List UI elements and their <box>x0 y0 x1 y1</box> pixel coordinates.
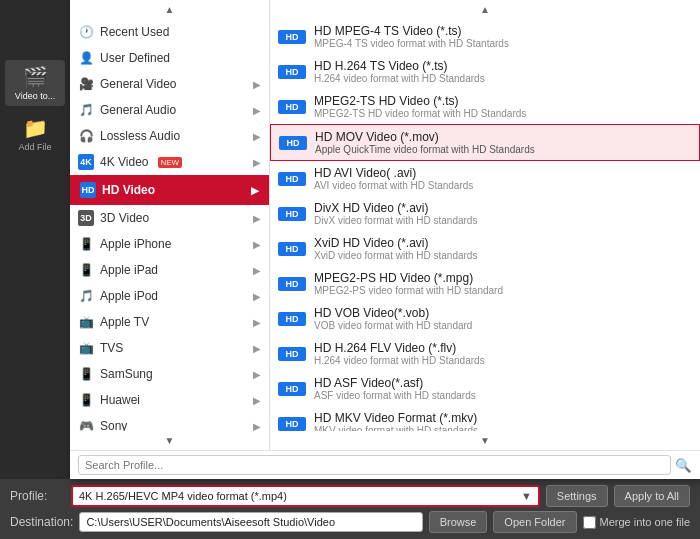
right-item-title: MPEG2-TS HD Video (*.ts) <box>314 94 692 108</box>
search-input[interactable] <box>78 455 671 475</box>
right-item-hd-mov[interactable]: HD HD MOV Video (*.mov) Apple QuickTime … <box>270 124 700 161</box>
tvs-icon: 📺 <box>78 340 94 356</box>
right-item-hd-flv[interactable]: HD HD H.264 FLV Video (*.flv) H.264 vide… <box>270 336 700 371</box>
apply-all-button[interactable]: Apply to All <box>614 485 690 507</box>
format-badge-hd: HD <box>278 65 306 79</box>
merge-label[interactable]: Merge into one file <box>583 516 691 529</box>
apple-tv-icon: 📺 <box>78 314 94 330</box>
3d-icon: 3D <box>78 210 94 226</box>
arrow-right-icon <box>253 105 261 116</box>
right-item-title: MPEG2-PS HD Video (*.mpg) <box>314 271 692 285</box>
destination-label: Destination: <box>10 515 73 529</box>
right-item-hd-avi[interactable]: HD HD AVI Video( .avi) AVI video format … <box>270 161 700 196</box>
format-badge-hd: HD <box>279 136 307 150</box>
left-item-label: Apple iPod <box>100 289 158 303</box>
settings-button[interactable]: Settings <box>546 485 608 507</box>
scroll-up-right[interactable] <box>270 0 700 19</box>
format-badge-hd: HD <box>278 242 306 256</box>
left-item-label: Huawei <box>100 393 140 407</box>
right-item-mpeg2-ts[interactable]: HD MPEG2-TS HD Video (*.ts) MPEG2-TS HD … <box>270 89 700 124</box>
right-item-title: HD ASF Video(*.asf) <box>314 376 692 390</box>
left-item-sony[interactable]: 🎮 Sony <box>70 413 269 431</box>
arrow-right-icon <box>253 239 261 250</box>
browse-button[interactable]: Browse <box>429 511 488 533</box>
format-badge-hd: HD <box>278 417 306 431</box>
left-item-recent-used[interactable]: 🕐 Recent Used <box>70 19 269 45</box>
format-badge-hd: HD <box>278 382 306 396</box>
left-item-huawei[interactable]: 📱 Huawei <box>70 387 269 413</box>
arrow-right-icon <box>253 131 261 142</box>
right-item-desc: VOB video format with HD standard <box>314 320 692 331</box>
sidebar-item-video-to[interactable]: 🎬 Video to... <box>5 60 65 106</box>
left-item-hd-video[interactable]: HD HD Video <box>70 175 269 205</box>
right-item-text: MPEG2-PS HD Video (*.mpg) MPEG2-PS video… <box>314 271 692 296</box>
right-item-text: HD MOV Video (*.mov) Apple QuickTime vid… <box>315 130 691 155</box>
profile-select-text: 4K H.265/HEVC MP4 video format (*.mp4) <box>79 490 287 502</box>
right-item-title: XviD HD Video (*.avi) <box>314 236 692 250</box>
apple-ipod-icon: 🎵 <box>78 288 94 304</box>
left-item-apple-ipad[interactable]: 📱 Apple iPad <box>70 257 269 283</box>
right-item-desc: XviD video format with HD standards <box>314 250 692 261</box>
scroll-down-right[interactable] <box>270 431 700 450</box>
arrow-down-icon <box>165 435 175 446</box>
apple-iphone-icon: 📱 <box>78 236 94 252</box>
right-item-title: HD H.264 FLV Video (*.flv) <box>314 341 692 355</box>
merge-label-text: Merge into one file <box>600 516 691 528</box>
right-item-hd-h264-ts[interactable]: HD HD H.264 TS Video (*.ts) H.264 video … <box>270 54 700 89</box>
sidebar-item-add-file[interactable]: 📁 Add File <box>5 111 65 157</box>
left-item-apple-iphone[interactable]: 📱 Apple iPhone <box>70 231 269 257</box>
format-badge-hd: HD <box>278 312 306 326</box>
left-items-list: 🕐 Recent Used 👤 User Defined 🎥 General V… <box>70 19 269 431</box>
left-item-label: Lossless Audio <box>100 129 180 143</box>
scroll-up-left[interactable] <box>70 0 269 19</box>
new-badge: NEW <box>158 157 183 168</box>
right-items-list: HD HD MPEG-4 TS Video (*.ts) MPEG-4 TS v… <box>270 19 700 431</box>
format-badge-hd: HD <box>278 30 306 44</box>
right-item-text: HD MKV Video Format (*.mkv) MKV video fo… <box>314 411 692 431</box>
huawei-icon: 📱 <box>78 392 94 408</box>
user-defined-icon: 👤 <box>78 50 94 66</box>
left-item-4k-video[interactable]: 4K 4K Video NEW <box>70 149 269 175</box>
arrow-right-icon <box>253 395 261 406</box>
left-item-general-video[interactable]: 🎥 General Video <box>70 71 269 97</box>
left-item-tvs[interactable]: 📺 TVS <box>70 335 269 361</box>
right-item-text: HD H.264 FLV Video (*.flv) H.264 video f… <box>314 341 692 366</box>
right-item-hd-mpeg4-ts[interactable]: HD HD MPEG-4 TS Video (*.ts) MPEG-4 TS v… <box>270 19 700 54</box>
arrow-up-icon <box>165 4 175 15</box>
left-item-general-audio[interactable]: 🎵 General Audio <box>70 97 269 123</box>
left-item-label: Apple iPad <box>100 263 158 277</box>
destination-path: C:\Users\USER\Documents\Aiseesoft Studio… <box>79 512 422 532</box>
right-item-hd-mkv[interactable]: HD HD MKV Video Format (*.mkv) MKV video… <box>270 406 700 431</box>
bottom-bar: Profile: 4K H.265/HEVC MP4 video format … <box>0 479 700 539</box>
right-item-title: DivX HD Video (*.avi) <box>314 201 692 215</box>
right-item-desc: H.264 video format with HD Standards <box>314 355 692 366</box>
open-folder-button[interactable]: Open Folder <box>493 511 576 533</box>
arrow-down-right-icon <box>480 435 490 446</box>
right-item-xvid[interactable]: HD XviD HD Video (*.avi) XviD video form… <box>270 231 700 266</box>
right-item-text: HD VOB Video(*.vob) VOB video format wit… <box>314 306 692 331</box>
left-item-apple-ipod[interactable]: 🎵 Apple iPod <box>70 283 269 309</box>
left-item-apple-tv[interactable]: 📺 Apple TV <box>70 309 269 335</box>
left-item-user-defined[interactable]: 👤 User Defined <box>70 45 269 71</box>
search-button[interactable]: 🔍 <box>675 458 692 473</box>
arrow-right-icon <box>253 343 261 354</box>
right-item-desc: MPEG-4 TS video format with HD Stantards <box>314 38 692 49</box>
right-item-title: HD AVI Video( .avi) <box>314 166 692 180</box>
right-item-hd-vob[interactable]: HD HD VOB Video(*.vob) VOB video format … <box>270 301 700 336</box>
right-item-hd-asf[interactable]: HD HD ASF Video(*.asf) ASF video format … <box>270 371 700 406</box>
arrow-right-icon <box>253 369 261 380</box>
left-item-samsung[interactable]: 📱 SamSung <box>70 361 269 387</box>
right-item-mpeg2-ps[interactable]: HD MPEG2-PS HD Video (*.mpg) MPEG2-PS vi… <box>270 266 700 301</box>
scroll-down-left[interactable] <box>70 431 269 450</box>
right-item-divx[interactable]: HD DivX HD Video (*.avi) DivX video form… <box>270 196 700 231</box>
right-item-desc: MPEG2-TS HD video format with HD Standar… <box>314 108 692 119</box>
right-item-text: HD MPEG-4 TS Video (*.ts) MPEG-4 TS vide… <box>314 24 692 49</box>
left-item-label: TVS <box>100 341 123 355</box>
left-item-lossless-audio[interactable]: 🎧 Lossless Audio <box>70 123 269 149</box>
format-badge-hd: HD <box>278 100 306 114</box>
left-item-label: Apple iPhone <box>100 237 171 251</box>
profile-select[interactable]: 4K H.265/HEVC MP4 video format (*.mp4) ▼ <box>71 485 540 507</box>
arrow-right-icon <box>253 79 261 90</box>
merge-checkbox[interactable] <box>583 516 596 529</box>
left-item-3d-video[interactable]: 3D 3D Video <box>70 205 269 231</box>
